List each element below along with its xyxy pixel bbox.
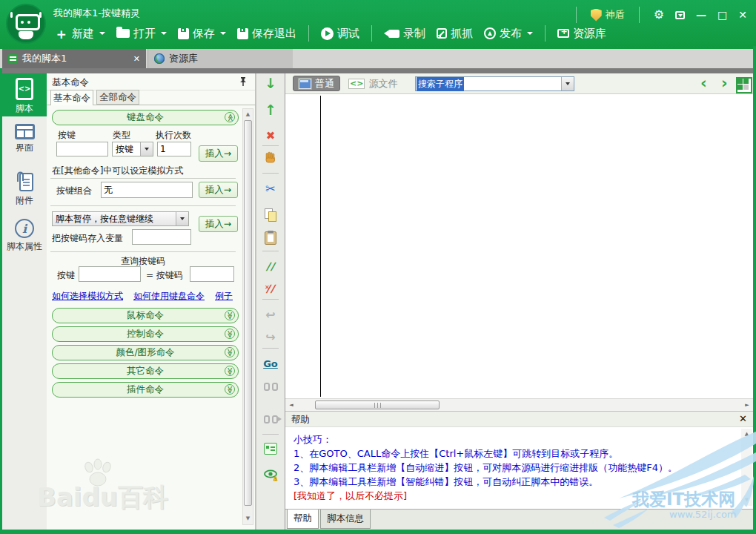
key-input[interactable] bbox=[56, 142, 108, 156]
link-how-to-use[interactable]: 如何使用键盘命令 bbox=[133, 290, 205, 303]
expand-icon[interactable]: ≫ bbox=[225, 384, 235, 395]
dropdown-arrow-icon[interactable] bbox=[176, 212, 188, 225]
redo-icon[interactable]: ↪ bbox=[256, 330, 285, 344]
find-next-icon[interactable] bbox=[256, 413, 285, 427]
record-button[interactable]: 录制 bbox=[382, 27, 428, 41]
combo-label: 按键组合 bbox=[56, 185, 92, 197]
insert-key-button[interactable]: 插入→ bbox=[199, 145, 238, 162]
editor-horizontal-scrollbar[interactable]: ◄ ► bbox=[285, 398, 753, 411]
panel-tab-basic[interactable]: 基本命令 bbox=[50, 90, 93, 105]
tab-resource-library[interactable]: 资源库 bbox=[147, 49, 293, 68]
pin-icon[interactable] bbox=[239, 76, 248, 87]
section-other-commands[interactable]: 其它命令≫ bbox=[52, 363, 239, 379]
section-color-graphics-commands[interactable]: 颜色/图形命令≫ bbox=[52, 345, 239, 360]
panel-tab-all[interactable]: 全部命令 bbox=[96, 90, 139, 105]
bottom-tab-help[interactable]: 帮助 bbox=[287, 510, 319, 529]
move-down-icon[interactable]: ↓ bbox=[256, 76, 285, 91]
nav-prev-icon[interactable]: ‹ bbox=[700, 73, 707, 93]
scroll-left-icon[interactable]: ◄ bbox=[287, 400, 296, 409]
section-control-commands[interactable]: 控制命令≫ bbox=[52, 326, 239, 342]
find-icon[interactable] bbox=[256, 380, 285, 395]
syntax-check-icon[interactable]: ! bbox=[256, 469, 285, 484]
panel-scrollbar[interactable]: ▲ ▼ bbox=[242, 108, 253, 525]
sidebar-item-script-properties[interactable]: i 脚本属性 bbox=[2, 219, 47, 253]
pause-select[interactable]: 脚本暂停，按任意键继续 bbox=[52, 211, 189, 226]
dropdown-caret-icon[interactable] bbox=[99, 32, 105, 35]
dropdown-arrow-icon[interactable] bbox=[140, 142, 153, 156]
scroll-up-icon[interactable]: ▲ bbox=[742, 429, 752, 439]
scrollbar-thumb[interactable] bbox=[244, 120, 252, 506]
sidebar-item-ui[interactable]: 界面 bbox=[2, 124, 47, 154]
combo-input[interactable] bbox=[101, 182, 193, 198]
open-button[interactable]: 打开 bbox=[114, 27, 169, 41]
hand-drag-icon[interactable] bbox=[256, 151, 285, 167]
new-button[interactable]: ＋新建 bbox=[52, 27, 107, 41]
minimize-to-tray-icon[interactable] bbox=[675, 11, 685, 19]
shield-badge[interactable]: 神盾 bbox=[591, 8, 625, 22]
paste-icon[interactable] bbox=[256, 231, 285, 248]
gear-icon[interactable]: ⚙ bbox=[654, 9, 664, 21]
store-variable-input[interactable] bbox=[132, 229, 191, 245]
dropdown-caret-icon[interactable] bbox=[527, 32, 533, 35]
scroll-down-icon[interactable]: ▼ bbox=[742, 495, 752, 505]
debug-button[interactable]: 调试 bbox=[319, 27, 362, 41]
move-up-icon[interactable]: ↑ bbox=[256, 103, 285, 118]
publish-icon bbox=[484, 27, 496, 39]
section-keyboard-commands[interactable]: 键盘命令 ≫ bbox=[52, 110, 239, 125]
goto-icon[interactable]: Go bbox=[256, 356, 285, 370]
save-button[interactable]: 保存 bbox=[176, 27, 228, 41]
sidebar-item-attachment[interactable]: 附件 bbox=[2, 170, 47, 207]
scroll-right-icon[interactable]: ► bbox=[743, 400, 752, 409]
section-plugin-commands[interactable]: 插件命令≫ bbox=[52, 382, 239, 398]
nav-next-icon[interactable]: › bbox=[721, 73, 728, 93]
link-choose-simulation[interactable]: 如何选择模拟方式 bbox=[52, 290, 123, 303]
expand-icon[interactable]: ≫ bbox=[225, 310, 235, 320]
expand-icon[interactable]: ≫ bbox=[225, 347, 235, 357]
query-code-input[interactable] bbox=[190, 266, 234, 282]
insert-combo-button[interactable]: 插入→ bbox=[199, 182, 238, 198]
sidebar-item-script[interactable]: <> 脚本 bbox=[2, 73, 47, 116]
tab-close-icon[interactable]: ✕ bbox=[133, 54, 140, 64]
undo-icon[interactable]: ↩ bbox=[256, 308, 285, 322]
collapse-icon[interactable]: ≫ bbox=[225, 112, 235, 122]
uncomment-icon[interactable]: // bbox=[256, 281, 285, 295]
section-mouse-commands[interactable]: 鼠标命令≫ bbox=[52, 308, 239, 323]
comment-icon[interactable]: // bbox=[256, 259, 285, 273]
layout-grid-icon[interactable] bbox=[736, 77, 752, 93]
close-icon[interactable]: ✕ bbox=[739, 413, 747, 424]
publish-button[interactable]: 发布 bbox=[482, 27, 535, 41]
scroll-up-icon[interactable]: ▲ bbox=[243, 110, 253, 119]
subroutine-search-combobox[interactable]: 搜索子程序 bbox=[415, 76, 574, 91]
dropdown-caret-icon[interactable] bbox=[220, 32, 226, 35]
maximize-button[interactable]: □ bbox=[717, 10, 727, 20]
capture-button[interactable]: 抓抓 bbox=[434, 27, 475, 41]
svg-text:!: ! bbox=[274, 476, 276, 481]
help-scrollbar[interactable]: ▲ ▼ bbox=[741, 429, 752, 506]
cut-icon[interactable]: ✂ bbox=[256, 182, 285, 196]
script-editor-canvas[interactable] bbox=[285, 94, 753, 398]
dropdown-arrow-icon[interactable] bbox=[561, 77, 574, 90]
delete-icon[interactable]: ✖ bbox=[256, 128, 285, 142]
script-list-icon[interactable] bbox=[256, 443, 285, 458]
link-example[interactable]: 例子 bbox=[215, 290, 233, 303]
tab-my-script[interactable]: 我的脚本1 ✕ bbox=[2, 49, 146, 68]
view-normal-button[interactable]: 普通 bbox=[293, 76, 340, 91]
bottom-tab-script-info[interactable]: 脚本信息 bbox=[320, 510, 371, 529]
insert-pause-button[interactable]: 插入→ bbox=[199, 216, 238, 232]
dropdown-caret-icon[interactable] bbox=[161, 32, 167, 35]
scroll-down-icon[interactable]: ▼ bbox=[243, 514, 253, 524]
count-input[interactable] bbox=[157, 142, 191, 156]
save-exit-button[interactable]: 保存退出 bbox=[235, 27, 299, 41]
query-key-input[interactable] bbox=[79, 266, 141, 282]
scrollbar-thumb[interactable] bbox=[315, 400, 440, 409]
dismiss-tip-link[interactable]: [我知道了，以后不必提示] bbox=[294, 490, 407, 503]
view-source-button[interactable]: <> 源文件 bbox=[343, 76, 402, 91]
type-select[interactable]: 按键 bbox=[112, 142, 153, 156]
minimize-button[interactable]: — bbox=[696, 10, 706, 20]
close-button[interactable]: ✕ bbox=[738, 10, 747, 20]
command-panel: 基本命令 基本命令 全部命令 键盘命令 ≫ 按键 类型 执行次数 按键 插入→ … bbox=[47, 73, 256, 530]
expand-icon[interactable]: ≫ bbox=[225, 366, 235, 376]
expand-icon[interactable]: ≫ bbox=[225, 329, 235, 339]
copy-icon[interactable] bbox=[256, 208, 285, 224]
library-button[interactable]: 资源库 bbox=[555, 27, 609, 41]
